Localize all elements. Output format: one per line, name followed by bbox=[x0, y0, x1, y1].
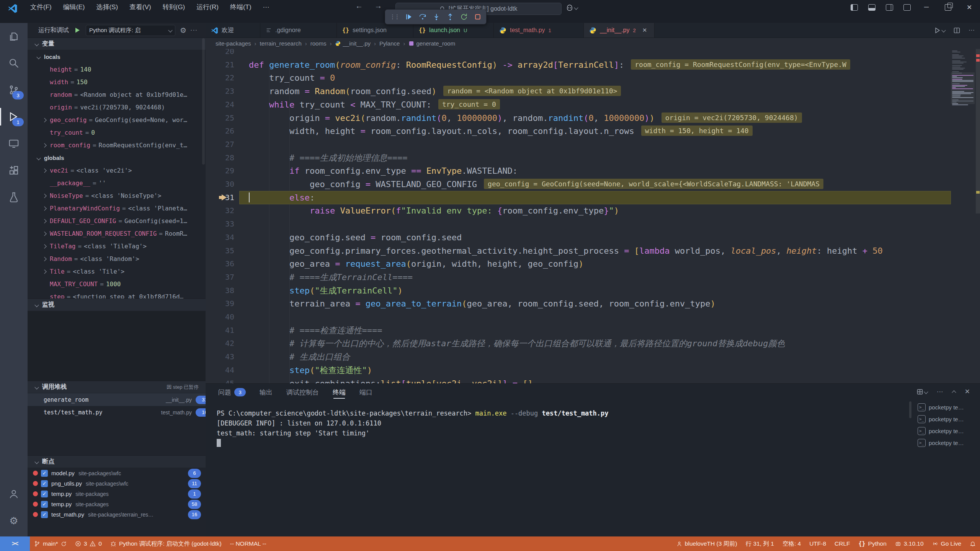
variable-row[interactable]: room_config=RoomRequestConfig(env_t… bbox=[28, 139, 206, 152]
window-close-button[interactable]: ✕ bbox=[959, 0, 980, 15]
activity-item-remote-explorer[interactable] bbox=[0, 130, 28, 157]
activity-item-source-control[interactable]: 3 bbox=[0, 77, 28, 103]
panel-tab-输出[interactable]: 输出 bbox=[260, 384, 273, 401]
close-panel-icon[interactable]: ✕ bbox=[965, 388, 970, 396]
editor-more-actions-icon[interactable]: ··· bbox=[969, 27, 975, 34]
activity-item-testing[interactable] bbox=[0, 184, 28, 210]
split-editor-icon[interactable] bbox=[954, 27, 960, 34]
gutter-line-number[interactable]: 28 bbox=[206, 151, 234, 165]
breakpoint-row[interactable]: ✓png_utils.pysite-packages\wfc11 bbox=[28, 478, 206, 489]
status-python-version[interactable]: 3.10.10 bbox=[891, 536, 928, 551]
activity-item-search[interactable] bbox=[0, 50, 28, 77]
gutter-line-number[interactable]: 32 bbox=[206, 204, 234, 217]
menu-item-1[interactable]: 编辑(E) bbox=[57, 0, 91, 15]
panel-tab-端口[interactable]: 端口 bbox=[359, 384, 372, 401]
editor-scrollbar[interactable] bbox=[976, 49, 980, 214]
variable-row[interactable]: try_count=0 bbox=[28, 126, 206, 139]
variable-row[interactable]: MAX_TRY_COUNT=1000 bbox=[28, 278, 206, 290]
gutter-line-number[interactable]: 21 bbox=[206, 58, 234, 72]
debug-configuration-select[interactable]: Python 调试程序: 启 bbox=[86, 25, 175, 36]
panel-tab-终端[interactable]: 终端 bbox=[333, 384, 346, 401]
gutter-line-number[interactable]: 29 bbox=[206, 164, 234, 178]
status-git-blame[interactable]: blueloveTH (3 周前) bbox=[672, 536, 742, 551]
panel-more-actions-icon[interactable]: ··· bbox=[937, 388, 943, 396]
status-cursor-position[interactable]: 行 31, 列 1 bbox=[742, 536, 778, 551]
status-vim-mode[interactable]: -- NORMAL -- bbox=[226, 536, 271, 551]
terminal-instance-0[interactable]: >_pocketpy te… bbox=[918, 401, 979, 413]
variable-row[interactable]: origin=vec2i(7205730, 9024468) bbox=[28, 101, 206, 114]
debug-continue-button[interactable] bbox=[405, 13, 413, 21]
breakpoint-checkbox[interactable]: ✓ bbox=[41, 511, 48, 518]
gutter-line-number[interactable]: 45 bbox=[206, 377, 234, 384]
activity-item-settings[interactable]: ⚙ bbox=[0, 507, 28, 534]
menu-item-7[interactable]: ··· bbox=[257, 0, 275, 15]
debug-step-over-button[interactable] bbox=[419, 13, 426, 21]
menu-item-2[interactable]: 选择(S) bbox=[90, 0, 124, 15]
copilot-menu-button[interactable] bbox=[566, 4, 578, 11]
maximize-panel-icon[interactable] bbox=[952, 390, 956, 395]
tab-test_math.py[interactable]: test_math.py1 bbox=[494, 23, 584, 37]
breakpoint-checkbox[interactable]: ✓ bbox=[41, 480, 48, 487]
breadcrumb-item-4[interactable]: Pylance bbox=[379, 40, 400, 47]
variable-row[interactable]: Tile=<class 'Tile'> bbox=[28, 265, 206, 278]
call-stack-frame[interactable]: test/test_math.pytest_math.py16:1 bbox=[28, 406, 206, 419]
menu-item-6[interactable]: 终端(T) bbox=[224, 0, 257, 15]
variable-row[interactable]: vec2i=<class 'vec2i'> bbox=[28, 164, 206, 177]
breakpoint-checkbox[interactable]: ✓ bbox=[41, 501, 48, 508]
debug-start-icon[interactable] bbox=[74, 27, 80, 33]
terminal-output[interactable]: PS C:\computer_science\godot-ldtk\site-p… bbox=[217, 408, 609, 448]
debug-stop-button[interactable] bbox=[474, 13, 482, 21]
status-git-branch[interactable]: main* bbox=[30, 536, 71, 551]
gutter-line-number[interactable]: 30 bbox=[206, 178, 234, 191]
minimap-slider[interactable] bbox=[951, 72, 975, 104]
gutter-line-number[interactable]: 41 bbox=[206, 324, 234, 337]
run-python-file-button[interactable] bbox=[934, 27, 945, 34]
gutter-line-number[interactable]: 44 bbox=[206, 364, 234, 377]
gutter-line-number[interactable]: 35 bbox=[206, 244, 234, 258]
breakpoint-checkbox[interactable]: ✓ bbox=[41, 491, 48, 497]
variable-row[interactable]: NoiseType=<class 'NoiseType'> bbox=[28, 189, 206, 202]
variable-row[interactable]: random=<Random object at 0x1bf9d01e… bbox=[28, 88, 206, 101]
nav-back-icon[interactable]: ← bbox=[355, 2, 363, 10]
gutter-line-number[interactable]: 36 bbox=[206, 257, 234, 271]
variable-row[interactable]: WASTELAND_ROOM_REQUEST_CONFIG=RoomR… bbox=[28, 227, 206, 240]
section-header-call-stack[interactable]: 调用堆栈因 step 已暂停 bbox=[28, 381, 206, 393]
breadcrumb-item-3[interactable]: __init__.py bbox=[335, 40, 371, 47]
variable-row[interactable]: width=150 bbox=[28, 76, 206, 88]
status-remote-indicator[interactable]: >< bbox=[0, 536, 30, 551]
tab-launch.json[interactable]: {}launch.jsonU bbox=[413, 23, 494, 37]
gear-icon[interactable]: ⚙ bbox=[180, 26, 186, 35]
gutter-line-number[interactable]: 37 bbox=[206, 271, 234, 284]
status-debug-session[interactable]: Python 调试程序: 启动文件 (godot-ldtk) bbox=[106, 536, 226, 551]
gutter-line-number[interactable]: 27 bbox=[206, 138, 234, 151]
code-editor[interactable]: 2021def generate_room(room_config: RoomR… bbox=[206, 49, 980, 383]
activity-item-accounts[interactable] bbox=[0, 481, 28, 507]
breadcrumb-item-2[interactable]: rooms bbox=[310, 40, 327, 47]
status-language-mode[interactable]: {}Python bbox=[854, 536, 891, 551]
gutter-line-number[interactable]: 26 bbox=[206, 124, 234, 138]
terminal-instance-2[interactable]: >_pocketpy te… bbox=[918, 425, 979, 437]
gutter-line-number[interactable]: 39 bbox=[206, 297, 234, 310]
section-header-watch[interactable]: 监视 bbox=[28, 298, 206, 311]
breakpoint-checkbox[interactable]: ✓ bbox=[41, 470, 48, 477]
breakpoint-row[interactable]: ✓model.pysite-packages\wfc6 bbox=[28, 468, 206, 478]
variable-row[interactable]: PlanetaryWindConfig=<class 'Planeta… bbox=[28, 202, 206, 215]
tab-__init__.py[interactable]: __init__.py2✕ bbox=[584, 23, 655, 37]
call-stack-frame[interactable]: generate_room__init__.py31:1 bbox=[28, 393, 206, 406]
menu-item-4[interactable]: 转到(G) bbox=[157, 0, 191, 15]
gutter-line-number[interactable]: 24 bbox=[206, 98, 234, 111]
activity-item-explorer[interactable] bbox=[0, 23, 28, 50]
sidebar-scrollbar[interactable] bbox=[202, 38, 205, 165]
gutter-line-number[interactable]: 22 bbox=[206, 71, 234, 85]
minimap[interactable] bbox=[951, 49, 975, 383]
toggle-primary-sidebar-button[interactable] bbox=[845, 0, 863, 15]
sidebar-more-actions-icon[interactable]: ··· bbox=[190, 27, 198, 34]
menu-item-3[interactable]: 查看(V) bbox=[124, 0, 157, 15]
gutter-line-number[interactable]: 25 bbox=[206, 111, 234, 125]
status-eol[interactable]: CRLF bbox=[830, 536, 854, 551]
terminal-instance-3[interactable]: >_pocketpy te… bbox=[918, 437, 979, 449]
variable-row[interactable]: __package__='' bbox=[28, 177, 206, 189]
breakpoint-row[interactable]: ✓temp.pysite-packages58 bbox=[28, 499, 206, 509]
status-encoding[interactable]: UTF-8 bbox=[805, 536, 830, 551]
status-notifications[interactable] bbox=[965, 536, 980, 551]
